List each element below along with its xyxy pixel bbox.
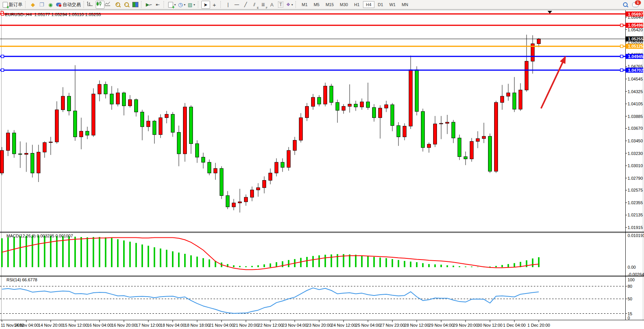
time-tick-label: 17 Nov 12:00 bbox=[136, 323, 161, 327]
price-tick-label: 1.01915 bbox=[628, 225, 643, 230]
price-tick-label: 1.04545 bbox=[628, 77, 643, 81]
timeframe-M1[interactable]: M1 bbox=[299, 2, 310, 8]
price-tick-label: 1.02575 bbox=[628, 188, 643, 192]
candle bbox=[385, 105, 388, 108]
hline-button[interactable]: — bbox=[233, 1, 241, 9]
highlighter-button[interactable]: ◆ bbox=[29, 1, 37, 9]
crosshair-button[interactable]: + bbox=[210, 1, 219, 9]
auto-trading-button[interactable]: 自动交易 bbox=[55, 1, 82, 9]
tile-windows-button[interactable] bbox=[131, 1, 140, 9]
candle bbox=[74, 111, 77, 137]
periods-button[interactable]: ◷▾ bbox=[177, 1, 186, 9]
price-tick-label: 1.02135 bbox=[628, 213, 643, 217]
candle bbox=[104, 84, 108, 94]
zoom-out-button[interactable]: - bbox=[122, 1, 131, 9]
autoscroll-icon: ▶⌐ bbox=[146, 2, 152, 7]
candle bbox=[354, 104, 358, 107]
candle bbox=[251, 190, 254, 197]
profile-button[interactable]: ❐ bbox=[37, 1, 46, 9]
text-button[interactable]: A bbox=[268, 1, 276, 9]
channel-button[interactable]: ⫽E bbox=[250, 1, 259, 9]
indicator-axes: 0.0101910.00-0.0026421008050150 bbox=[0, 233, 644, 320]
price-tick-label: 1.05420 bbox=[628, 27, 643, 32]
crosshair-icon: + bbox=[213, 2, 216, 8]
chart-window[interactable]: 11 Nov 202214 Nov 04:0014 Nov 20:0015 No… bbox=[0, 10, 644, 329]
indicators-button[interactable]: ▧▾ bbox=[186, 1, 196, 9]
timeframe-M30[interactable]: M30 bbox=[337, 2, 350, 8]
timeframe-M5[interactable]: M5 bbox=[311, 2, 322, 8]
price-badge-label: 1.05496 bbox=[628, 23, 643, 27]
new-order-button[interactable]: + 新订单 bbox=[2, 1, 24, 9]
candle bbox=[31, 153, 34, 173]
macd-histogram-bar bbox=[331, 255, 332, 267]
timeframe-W1[interactable]: W1 bbox=[387, 2, 398, 8]
shapes-button[interactable]: ❖▾ bbox=[285, 1, 294, 9]
trendline-button[interactable]: ╱ bbox=[241, 1, 250, 9]
candle bbox=[116, 93, 120, 104]
trend-arrow[interactable] bbox=[541, 56, 566, 108]
search-icon[interactable] bbox=[623, 2, 628, 7]
cursor-button[interactable]: ➤ bbox=[201, 1, 210, 9]
line-handle[interactable] bbox=[1, 55, 4, 58]
chat-icon[interactable]: 1 bbox=[632, 2, 639, 7]
price-tick-label: 1.03670 bbox=[628, 126, 643, 131]
time-axis[interactable]: 11 Nov 202214 Nov 04:0014 Nov 20:0015 No… bbox=[0, 320, 644, 328]
signal-button[interactable]: ◉ bbox=[46, 1, 55, 9]
time-tick-label: 1 Dec 04:00 bbox=[503, 323, 525, 327]
candle bbox=[244, 197, 248, 202]
macd-histogram-bar bbox=[263, 264, 265, 267]
candle bbox=[190, 107, 193, 144]
bars-chart-button[interactable] bbox=[87, 1, 96, 9]
label-button[interactable]: T bbox=[276, 1, 285, 9]
candle bbox=[147, 121, 150, 127]
periods-clock-icon: ◷ bbox=[178, 2, 183, 8]
vline-button[interactable]: | bbox=[224, 1, 233, 9]
macd-histogram-bar bbox=[38, 235, 39, 267]
candle bbox=[537, 39, 541, 44]
macd-histogram-bar bbox=[209, 260, 210, 267]
new-chart-icon: + bbox=[168, 2, 173, 8]
price-badge-label: 1.05125 bbox=[628, 44, 643, 48]
macd-pane bbox=[1, 235, 540, 270]
macd-histogram-bar bbox=[349, 255, 350, 267]
macd-histogram-bar bbox=[13, 237, 15, 267]
toolbar: + 新订单 ◆ ❐ ◉ 自动交易 + - ▶⌐ ⇤ +▾ ◷▾ ▧▾ ➤ + |… bbox=[0, 0, 644, 10]
line-handle[interactable] bbox=[1, 69, 4, 71]
time-tick-label: 30 Nov 12:00 bbox=[477, 323, 502, 327]
candles-chart-button[interactable] bbox=[96, 1, 104, 9]
candle bbox=[373, 108, 376, 118]
line-handle[interactable] bbox=[620, 45, 623, 48]
line-handle[interactable] bbox=[620, 55, 623, 58]
macd-histogram-bar bbox=[453, 266, 454, 267]
line-handle[interactable] bbox=[1, 11, 3, 14]
macd-histogram-bar bbox=[117, 239, 119, 267]
fibonacci-button[interactable]: ≣F bbox=[259, 1, 268, 9]
timeframe-M15[interactable]: M15 bbox=[323, 2, 336, 8]
macd-histogram-bar bbox=[1, 238, 3, 267]
candle bbox=[513, 93, 516, 109]
candle bbox=[275, 162, 278, 173]
timeframe-MN[interactable]: MN bbox=[399, 2, 411, 8]
timeframe-D1[interactable]: D1 bbox=[375, 2, 386, 8]
macd-histogram-bar bbox=[355, 255, 357, 267]
line-chart-button[interactable] bbox=[104, 1, 113, 9]
macd-histogram-bar bbox=[129, 242, 131, 267]
autoscroll-button[interactable]: ▶⌐ bbox=[145, 1, 153, 9]
macd-histogram-bar bbox=[361, 255, 363, 267]
timeframe-H4[interactable]: H4 bbox=[363, 1, 374, 8]
line-handle[interactable] bbox=[620, 24, 623, 27]
candle bbox=[202, 157, 205, 162]
macd-axis-label: 0.010191 bbox=[628, 233, 644, 238]
chart-canvas[interactable]: 11 Nov 202214 Nov 04:0014 Nov 20:0015 No… bbox=[0, 10, 644, 329]
candle bbox=[348, 104, 352, 106]
timeframe-H1[interactable]: H1 bbox=[352, 2, 362, 8]
zoom-in-button[interactable]: + bbox=[113, 1, 122, 9]
macd-histogram-bar bbox=[172, 251, 173, 267]
shift-chart-button[interactable]: ⇤ bbox=[153, 1, 162, 9]
line-handle[interactable] bbox=[620, 69, 623, 71]
candle bbox=[366, 102, 370, 108]
candle bbox=[165, 114, 169, 118]
candle bbox=[501, 96, 504, 102]
new-chart-button[interactable]: +▾ bbox=[167, 1, 177, 9]
candle bbox=[519, 90, 522, 109]
